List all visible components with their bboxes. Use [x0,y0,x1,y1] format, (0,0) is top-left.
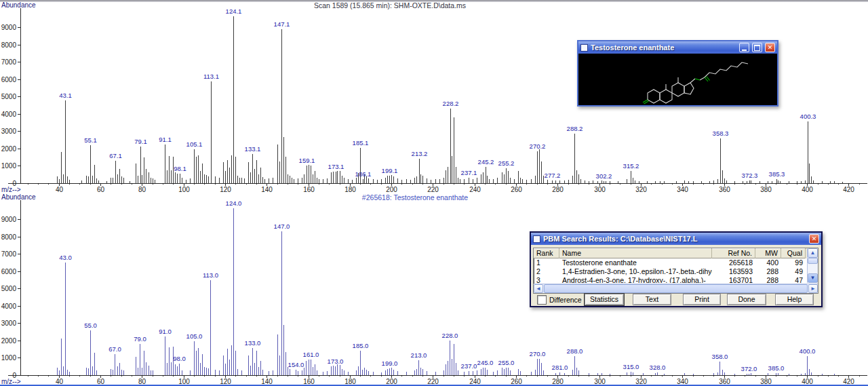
pbm-window-icon [533,235,540,243]
print-button[interactable]: Print [683,294,721,305]
svg-text:Abundance: Abundance [1,1,36,9]
svg-text:2000: 2000 [1,337,17,345]
svg-text:91.0: 91.0 [159,328,172,335]
svg-text:Abundance: Abundance [1,193,36,201]
svg-text:372.0: 372.0 [741,365,757,372]
text-button[interactable]: Text [633,294,671,305]
scroll-up-icon[interactable]: ▲ [808,248,818,258]
svg-text:380: 380 [760,186,772,193]
scroll-right-icon[interactable]: ► [808,284,818,293]
svg-text:60: 60 [97,186,105,193]
svg-text:43.1: 43.1 [59,92,72,99]
svg-text:6000: 6000 [1,268,17,275]
column-header-rank[interactable]: Rank [534,248,559,258]
pbm-window-titlebar[interactable]: PBM Search Results: C:\Database\NIST17.L… [531,233,821,245]
svg-text:133.0: 133.0 [245,339,261,347]
svg-text:5000: 5000 [1,93,17,100]
svg-text:105.1: 105.1 [186,140,203,148]
difference-checkbox[interactable] [537,295,547,305]
svg-text:302.2: 302.2 [596,172,612,180]
column-header-qual[interactable]: Qual [781,248,806,258]
svg-text:300: 300 [594,186,606,193]
svg-text:228.2: 228.2 [443,100,459,107]
svg-text:340: 340 [677,186,688,193]
svg-text:4000: 4000 [1,111,17,118]
svg-text:360: 360 [719,186,730,193]
column-header-refno[interactable]: Ref No. [712,248,755,258]
pbm-search-results-window: PBM Search Results: C:\Database\NIST17.L… [530,231,823,307]
table-row[interactable]: 21,4-Estradien-3-one, 10-.epsilon.-17-.b… [534,267,818,276]
structure-window: Testosterone enanthate ✕ [577,40,778,107]
svg-text:m/z-->: m/z--> [1,186,21,193]
svg-text:79.1: 79.1 [134,138,147,145]
svg-text:385.0: 385.0 [768,364,785,372]
close-icon[interactable]: ✕ [809,234,819,244]
svg-text:1000: 1000 [1,162,17,170]
svg-text:320: 320 [635,186,647,193]
svg-text:161.0: 161.0 [303,351,319,358]
structure-window-title: Testosterone enanthate [591,43,736,52]
svg-text:420: 420 [843,186,854,193]
cell-ref_no: 265618 [712,258,755,267]
svg-text:98.0: 98.0 [173,355,186,362]
help-button[interactable]: Help [775,294,814,305]
results-header-row: Rank Name Ref No. MW Qual [534,248,818,258]
column-header-name[interactable]: Name [559,248,712,258]
svg-text:255.2: 255.2 [498,159,515,167]
svg-text:124.1: 124.1 [226,7,242,15]
svg-text:4000: 4000 [1,303,17,310]
svg-text:358.0: 358.0 [712,353,728,360]
svg-text:260: 260 [511,186,522,193]
column-header-mw[interactable]: MW [755,248,781,258]
svg-text:213.2: 213.2 [412,150,428,157]
svg-text:288.2: 288.2 [567,125,583,132]
scroll-down-icon[interactable]: ▼ [808,273,818,283]
statistics-button[interactable]: Statistics [585,294,624,305]
cell-ref_no: 163593 [712,267,755,276]
svg-text:245.2: 245.2 [478,158,494,166]
cell-mw: 288 [755,276,781,283]
svg-text:67.1: 67.1 [109,152,122,159]
cell-rank: 3 [534,276,559,283]
structure-window-titlebar[interactable]: Testosterone enanthate ✕ [578,41,777,54]
svg-text:173.1: 173.1 [328,163,344,170]
svg-text:5000: 5000 [1,285,17,292]
svg-text:159.1: 159.1 [299,157,315,164]
svg-text:315.0: 315.0 [623,363,639,370]
svg-text:288.0: 288.0 [567,347,583,355]
cell-ref_no: 163701 [712,276,755,283]
svg-text:160: 160 [303,186,315,193]
svg-text:237.0: 237.0 [461,362,477,370]
svg-text:228.0: 228.0 [442,332,458,339]
cell-rank: 2 [534,267,559,276]
search-results-list: Rank Name Ref No. MW Qual 1Testosterone … [533,248,818,294]
svg-text:8000: 8000 [1,233,17,241]
table-row[interactable]: 1Testosterone enanthate26561840099 [534,258,818,267]
svg-text:100: 100 [178,186,190,193]
minimize-button[interactable] [739,43,749,52]
maximize-button[interactable] [752,43,762,52]
cell-name: Testosterone enanthate [559,258,712,267]
svg-text:240: 240 [469,186,481,193]
svg-text:67.0: 67.0 [108,345,121,353]
vertical-scroll-thumb[interactable] [808,258,818,264]
svg-text:154.0: 154.0 [288,361,304,368]
svg-text:105.0: 105.0 [186,332,203,340]
vertical-scrollbar[interactable]: ▲ ▼ [807,248,818,283]
svg-text:147.0: 147.0 [274,223,290,230]
svg-text:372.3: 372.3 [742,172,758,179]
svg-text:270.0: 270.0 [530,350,546,358]
scroll-left-icon[interactable]: ◄ [534,284,543,293]
svg-text:180: 180 [344,186,356,193]
svg-text:8000: 8000 [1,41,17,49]
horizontal-scrollbar[interactable]: ◄ ► [534,284,818,293]
table-row[interactable]: 3Androst-4-en-3-one, 17-hydroxy-, (17.al… [534,276,818,283]
done-button[interactable]: Done [727,294,766,305]
structure-window-icon [580,44,588,52]
svg-text:277.2: 277.2 [545,172,561,179]
horizontal-scroll-thumb[interactable] [544,284,808,293]
svg-text:43.0: 43.0 [59,254,72,261]
difference-checkbox-label: Difference [549,296,582,304]
svg-text:#265618: Testosterone enanthat: #265618: Testosterone enanthate [362,193,468,201]
close-icon[interactable]: ✕ [765,43,775,52]
